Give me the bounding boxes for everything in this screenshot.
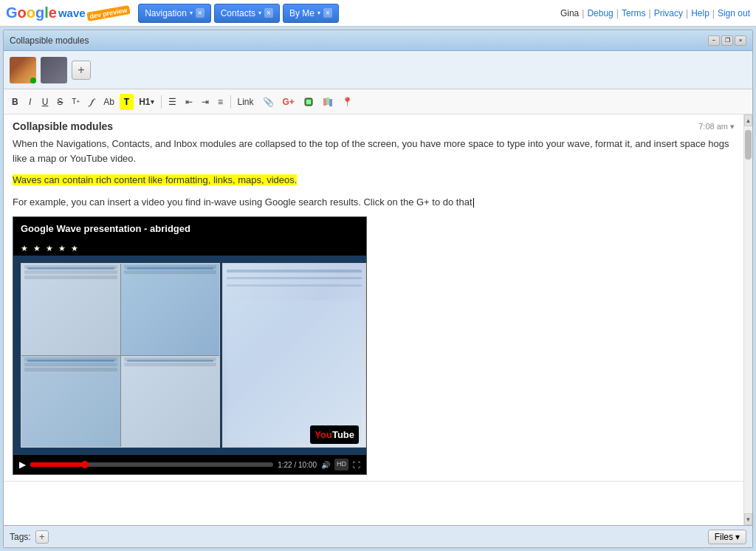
bullets-button[interactable]: ☰ <box>165 94 180 110</box>
youtube-you: You <box>315 429 332 440</box>
topbar: Google wave dev preview Navigation ▾ × C… <box>0 0 756 27</box>
byme-arrow-icon: ▾ <box>317 10 320 16</box>
editor-toolbar: B I U S T+ 𝒇 Ab T H1▾ ☰ ⇤ ⇥ ≡ Link 📎 G+ <box>4 89 752 114</box>
avatar-2-image <box>41 57 67 83</box>
svg-rect-4 <box>329 99 332 106</box>
blip-body: When the Navigations, Contacts, and Inbo… <box>13 137 735 475</box>
gadget-button[interactable] <box>300 94 317 110</box>
yt-hd-button[interactable]: HD <box>334 459 348 470</box>
contacts-close-icon[interactable]: × <box>264 8 273 18</box>
svg-rect-3 <box>326 97 329 105</box>
blip-main: Collapsible modules 7:08 am ▾ When the N… <box>4 114 743 482</box>
yt-progress-thumb <box>81 461 89 468</box>
contacts-label: Contacts <box>221 8 255 18</box>
youtube-logo: YouTube <box>310 425 359 445</box>
add-participant-button[interactable]: + <box>72 61 91 80</box>
terms-link[interactable]: Terms <box>622 8 646 18</box>
blip-para2: Waves can contain rich content like form… <box>13 173 735 188</box>
byme-close-icon[interactable]: × <box>323 8 332 18</box>
youtube-embed: Google Wave presentation - abridged ★ ★ … <box>13 216 367 475</box>
main-area: Collapsible modules − ❐ × + B I U S T+ <box>0 27 756 551</box>
svg-rect-2 <box>323 98 326 106</box>
map-icon <box>323 97 333 107</box>
contacts-arrow-icon: ▾ <box>258 10 261 16</box>
heading-button[interactable]: H1▾ <box>135 94 157 110</box>
font-style-button[interactable]: 𝒇 <box>85 94 98 110</box>
navigation-button[interactable]: Navigation ▾ × <box>138 4 211 23</box>
avatar-2[interactable] <box>41 57 67 83</box>
yt-time: 1:22 / 10:00 <box>278 459 317 470</box>
yt-stars: ★ ★ ★ ★ ★ <box>13 241 366 256</box>
scroll-thumb[interactable] <box>745 130 752 160</box>
strikethrough-button[interactable]: S <box>53 94 66 110</box>
underline-button[interactable]: U <box>38 94 52 110</box>
wave-restore-button[interactable]: ❐ <box>721 35 733 46</box>
files-label: Files <box>715 532 733 542</box>
blip-menu-icon[interactable]: ▾ <box>730 122 735 131</box>
tags-label: Tags: <box>10 532 31 542</box>
user-area: Gina | Debug | Terms | Privacy | Help | … <box>560 8 750 18</box>
gplus-button[interactable]: G+ <box>279 94 298 110</box>
blip-title: Collapsible modules <box>13 120 113 132</box>
wave-controls: − ❐ × <box>708 35 746 46</box>
wave-content[interactable]: Collapsible modules 7:08 am ▾ When the N… <box>4 114 743 525</box>
logo-area: Google wave dev preview <box>6 4 129 21</box>
wave-panel-title: Collapsible modules <box>10 35 89 46</box>
privacy-link[interactable]: Privacy <box>654 8 683 18</box>
wave-titlebar: Collapsible modules − ❐ × <box>4 30 752 51</box>
yt-progress-fill <box>30 462 83 467</box>
yt-progress-bar[interactable] <box>30 462 273 467</box>
navigation-close-icon[interactable]: × <box>196 8 205 18</box>
wave-scrollbar: ▲ ▼ <box>743 114 752 525</box>
google-logo: Google <box>6 4 57 21</box>
toolbar-separator-2 <box>230 95 231 109</box>
blip-timestamp: 7:08 am ▾ <box>698 122 735 131</box>
align-button[interactable]: ≡ <box>214 94 227 110</box>
online-indicator <box>30 78 36 83</box>
tags-bar: Tags: + Files ▾ <box>4 525 752 547</box>
yt-screenshot-left <box>21 263 220 448</box>
blip-highlight-text: Waves can contain rich content like form… <box>13 174 297 185</box>
attachment-button[interactable]: 📎 <box>259 94 278 110</box>
navigation-arrow-icon: ▾ <box>190 10 193 16</box>
yt-play-button[interactable]: ▶ <box>19 458 26 471</box>
wave-minimize-button[interactable]: − <box>708 35 720 46</box>
debug-link[interactable]: Debug <box>587 8 613 18</box>
gadget-icon <box>303 97 314 107</box>
wave-logo: wave <box>58 7 86 19</box>
username: Gina <box>560 8 579 18</box>
help-link[interactable]: Help <box>691 8 709 18</box>
navigation-label: Navigation <box>145 8 187 18</box>
yt-title: Google Wave presentation - abridged <box>13 217 366 241</box>
youtube-tube: Tube <box>332 429 354 440</box>
byme-label: By Me <box>289 8 315 18</box>
text-cursor <box>473 198 474 208</box>
wave-inner: Collapsible modules 7:08 am ▾ When the N… <box>4 114 752 525</box>
yt-video-area[interactable]: YouTube <box>13 256 366 455</box>
files-button[interactable]: Files ▾ <box>708 530 746 544</box>
wave-panel: Collapsible modules − ❐ × + B I U S T+ <box>3 30 753 548</box>
link-button[interactable]: Link <box>234 94 258 110</box>
signout-link[interactable]: Sign out <box>718 8 750 18</box>
tags-add-button[interactable]: + <box>35 530 49 544</box>
pin-button[interactable]: 📍 <box>338 94 357 110</box>
avatar-row: + <box>4 51 752 89</box>
blip-para3: For example, you can insert a video you … <box>13 195 735 210</box>
indent-more-button[interactable]: ⇥ <box>198 94 213 110</box>
scroll-up-button[interactable]: ▲ <box>744 114 752 126</box>
bold-button[interactable]: B <box>8 94 22 110</box>
superscript-button[interactable]: T+ <box>68 94 83 110</box>
highlight-button[interactable]: T <box>120 94 134 110</box>
indent-less-button[interactable]: ⇤ <box>182 94 196 110</box>
yt-volume-button[interactable]: 🔊 <box>321 459 330 470</box>
wave-close-button[interactable]: × <box>735 35 746 46</box>
avatar-1[interactable] <box>10 57 36 83</box>
yt-fullscreen-button[interactable]: ⛶ <box>353 459 360 470</box>
byme-button[interactable]: By Me ▾ × <box>283 4 339 23</box>
contacts-button[interactable]: Contacts ▾ × <box>214 4 280 23</box>
scroll-down-button[interactable]: ▼ <box>744 513 752 525</box>
scroll-track <box>744 126 752 513</box>
map-button[interactable] <box>319 94 337 110</box>
font-button[interactable]: Ab <box>100 94 118 110</box>
italic-button[interactable]: I <box>24 94 37 110</box>
